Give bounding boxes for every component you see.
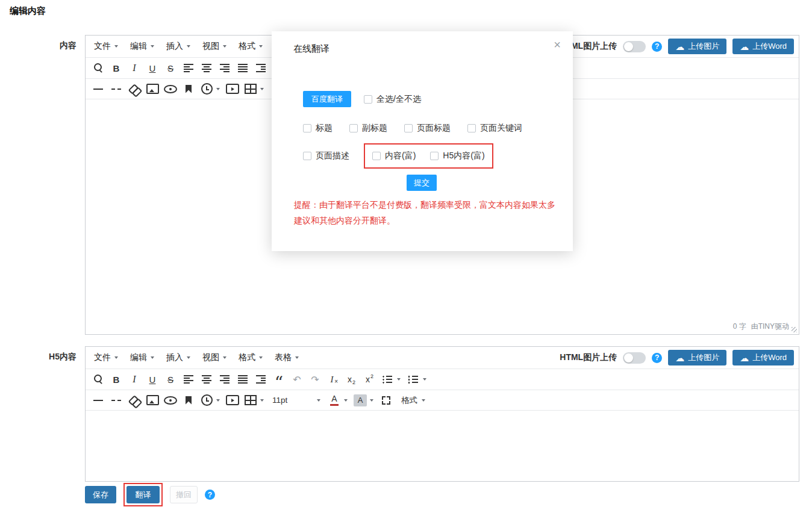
menu-list: 文件 编辑 插入 视图 格式 表格 — [88, 349, 305, 366]
blockquote-icon[interactable] — [270, 371, 288, 388]
bold-icon[interactable] — [107, 371, 125, 388]
upload-word-button[interactable]: 上传Word — [732, 350, 794, 365]
clock-icon — [198, 81, 216, 98]
media-icon[interactable] — [223, 392, 242, 409]
help-icon[interactable]: ? — [205, 490, 215, 500]
preview-icon[interactable] — [161, 392, 180, 409]
upload-image-button[interactable]: 上传图片 — [668, 39, 726, 54]
page-title-checkbox[interactable] — [404, 124, 413, 132]
close-icon[interactable]: × — [554, 39, 561, 51]
insert-datetime-dropdown[interactable] — [198, 81, 223, 98]
select-all-label: 全选/全不选 — [376, 94, 421, 105]
menu-format[interactable]: 格式 — [233, 349, 269, 366]
undo-icon[interactable] — [288, 371, 306, 388]
bookmark-icon[interactable] — [180, 392, 198, 409]
translate-button[interactable]: 翻译 — [126, 486, 160, 503]
submit-button[interactable]: 提交 — [407, 175, 437, 191]
revert-button[interactable]: 撤回 — [170, 486, 198, 503]
align-center-icon[interactable] — [198, 371, 216, 388]
align-right-icon[interactable] — [216, 371, 234, 388]
html-upload-toggle[interactable] — [623, 41, 646, 52]
link-icon[interactable] — [125, 392, 143, 409]
align-center-icon[interactable] — [198, 60, 216, 76]
horizontal-rule-icon[interactable] — [89, 392, 107, 409]
text-color-dropdown[interactable] — [325, 392, 351, 409]
insert-datetime-dropdown[interactable] — [198, 392, 223, 409]
italic-icon[interactable] — [125, 60, 143, 76]
menu-edit[interactable]: 编辑 — [124, 38, 160, 55]
bold-icon[interactable] — [107, 60, 125, 76]
upload-image-button[interactable]: 上传图片 — [668, 350, 726, 365]
menu-view[interactable]: 视图 — [196, 349, 233, 366]
strikethrough-icon[interactable] — [161, 371, 180, 388]
image-icon[interactable] — [143, 392, 161, 409]
h5-editor-menubar: 文件 编辑 插入 视图 格式 表格 HTML图片上传 ? 上传图片 上传Word — [86, 347, 799, 369]
menu-edit-label: 编辑 — [130, 352, 147, 363]
find-replace-icon[interactable] — [89, 371, 107, 388]
menu-edit[interactable]: 编辑 — [124, 349, 160, 366]
chevron-down-icon — [422, 399, 425, 402]
bookmark-icon[interactable] — [180, 81, 198, 98]
background-color-dropdown[interactable] — [351, 394, 377, 406]
align-right-icon[interactable] — [216, 60, 234, 76]
numbered-list-dropdown[interactable] — [404, 371, 430, 388]
underline-icon[interactable] — [143, 60, 161, 76]
link-icon[interactable] — [125, 81, 143, 98]
align-left-icon[interactable] — [180, 60, 198, 76]
page-break-icon[interactable] — [107, 81, 125, 98]
page-break-icon[interactable] — [107, 392, 125, 409]
indent-icon[interactable] — [252, 371, 270, 388]
font-size-dropdown[interactable]: 11pt — [267, 392, 325, 409]
help-icon[interactable]: ? — [652, 353, 662, 363]
chevron-down-icon — [223, 356, 226, 359]
underline-icon[interactable] — [143, 371, 161, 388]
media-icon[interactable] — [223, 81, 242, 98]
align-justify-icon[interactable] — [234, 371, 252, 388]
title-checkbox[interactable] — [303, 124, 311, 132]
clear-formatting-icon[interactable] — [324, 371, 342, 388]
html-upload-toggle[interactable] — [623, 352, 646, 364]
resize-grip-icon[interactable] — [792, 327, 797, 332]
redo-icon[interactable] — [306, 371, 324, 388]
format-dropdown[interactable]: 格式 — [395, 395, 431, 406]
subtitle-checkbox[interactable] — [349, 124, 358, 132]
select-all-checkbox[interactable] — [364, 95, 372, 104]
superscript-icon[interactable] — [360, 371, 378, 388]
h5-rich-content-checkbox[interactable] — [430, 152, 439, 160]
preview-icon[interactable] — [161, 81, 180, 98]
h5-edit-area[interactable] — [86, 411, 799, 481]
menu-file[interactable]: 文件 — [88, 38, 124, 55]
baidu-translate-button[interactable]: 百度翻译 — [303, 91, 351, 107]
menu-file-label: 文件 — [94, 352, 111, 363]
fullscreen-icon[interactable] — [377, 392, 395, 409]
menu-view[interactable]: 视图 — [196, 38, 233, 55]
indent-icon[interactable] — [252, 60, 270, 76]
title-item: 标题 — [303, 123, 333, 134]
menu-insert[interactable]: 插入 — [160, 349, 196, 366]
chevron-down-icon — [344, 399, 348, 402]
menu-file[interactable]: 文件 — [88, 349, 124, 366]
find-replace-icon[interactable] — [89, 60, 107, 76]
menu-format[interactable]: 格式 — [233, 38, 269, 55]
bullet-list-dropdown[interactable] — [378, 371, 404, 388]
align-justify-icon[interactable] — [234, 60, 252, 76]
toolbar-row-2: 11pt 格式 — [86, 390, 799, 411]
chevron-down-icon — [187, 45, 190, 48]
table-dropdown[interactable] — [242, 392, 267, 409]
italic-icon[interactable] — [125, 371, 143, 388]
page-title: 编辑内容 — [10, 5, 46, 17]
rich-content-checkbox[interactable] — [372, 152, 381, 160]
align-left-icon[interactable] — [180, 371, 198, 388]
upload-word-button[interactable]: 上传Word — [732, 39, 794, 54]
strikethrough-icon[interactable] — [161, 60, 180, 76]
menu-insert[interactable]: 插入 — [160, 38, 196, 55]
table-dropdown[interactable] — [242, 81, 267, 98]
subscript-icon[interactable] — [342, 371, 360, 388]
help-icon[interactable]: ? — [652, 42, 662, 52]
save-button[interactable]: 保存 — [85, 486, 116, 503]
page-keywords-checkbox[interactable] — [467, 124, 476, 132]
image-icon[interactable] — [143, 81, 161, 98]
horizontal-rule-icon[interactable] — [89, 81, 107, 98]
menu-table[interactable]: 表格 — [269, 349, 305, 366]
page-description-checkbox[interactable] — [303, 152, 311, 160]
